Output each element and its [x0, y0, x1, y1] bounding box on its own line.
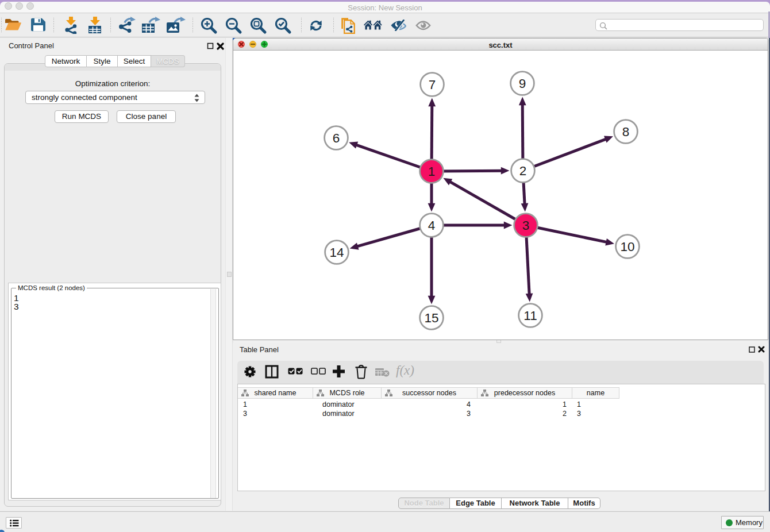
svg-text:3: 3 [522, 218, 530, 233]
svg-text:2: 2 [519, 164, 527, 178]
svg-text:8: 8 [622, 125, 630, 139]
svg-text:10: 10 [620, 240, 634, 254]
svg-text:4: 4 [428, 218, 436, 233]
svg-text:6: 6 [333, 131, 340, 145]
svg-text:9: 9 [519, 76, 526, 91]
svg-text:11: 11 [523, 309, 537, 323]
svg-text:1: 1 [428, 164, 436, 179]
svg-text:14: 14 [329, 245, 344, 260]
svg-text:15: 15 [424, 311, 438, 325]
svg-text:7: 7 [429, 78, 436, 92]
